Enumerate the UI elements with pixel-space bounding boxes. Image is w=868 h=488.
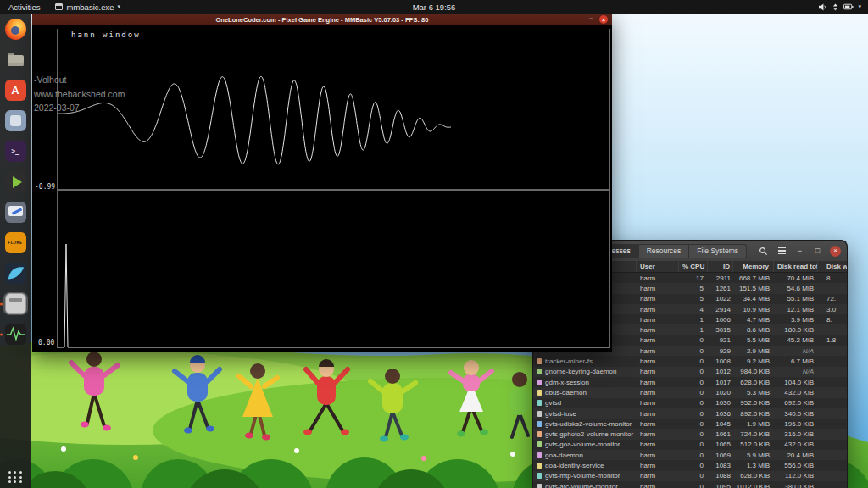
process-memory-cell: 984.0 KiB xyxy=(733,368,774,375)
tab-file-systems[interactable]: File Systems xyxy=(689,244,747,258)
process-user-cell: harm xyxy=(637,274,679,282)
process-diskread-cell: 6.7 MiB xyxy=(774,358,818,365)
clock[interactable]: Mar 6 19:56 xyxy=(413,3,456,12)
mmbasic-titlebar[interactable]: OneLoneCoder.com - Pixel Game Engine - M… xyxy=(32,14,612,25)
dock-item-mmbasic[interactable] xyxy=(3,292,28,315)
dock-item-terminal[interactable]: >_ xyxy=(3,140,28,163)
process-id-cell: 1061 xyxy=(708,430,733,438)
process-row[interactable]: goa-daemonharm010695.9 MiB20.4 MiB xyxy=(533,450,847,460)
tab-resources[interactable]: Resources xyxy=(639,244,690,258)
dock-item-wireshark[interactable] xyxy=(3,262,28,285)
process-id-cell: 1036 xyxy=(708,410,733,418)
process-id-cell: 1012 xyxy=(708,368,733,375)
process-diskwrite-cell: 1.8 xyxy=(818,336,847,344)
maximize-button[interactable]: □ xyxy=(812,246,823,257)
process-memory-cell: 628.0 KiB xyxy=(733,379,774,386)
column-header-cpu[interactable]: % CPU xyxy=(679,261,708,272)
mmbasic-canvas: hann window -Volhout www.thebackshed.com… xyxy=(32,25,612,352)
process-id-cell: 3015 xyxy=(708,326,733,334)
system-status-area[interactable]: ▾ xyxy=(818,3,868,11)
column-header-disk-write[interactable]: Disk writ xyxy=(818,261,848,272)
dock-item-files[interactable] xyxy=(3,48,28,71)
process-id-cell: 929 xyxy=(708,347,733,355)
process-cpu-cell: 0 xyxy=(679,368,708,375)
process-icon xyxy=(537,421,542,427)
process-cpu-cell: 0 xyxy=(679,472,708,480)
files-folder-icon xyxy=(5,49,26,70)
process-diskread-cell: N/A xyxy=(774,347,818,355)
process-name-cell: dbus-daemon xyxy=(533,389,637,396)
process-row[interactable]: gvfs-mtp-volume-monitorharm01088628.0 Ki… xyxy=(533,471,847,481)
process-row[interactable]: gvfs-goa-volume-monitorharm01065512.0 Ki… xyxy=(533,440,847,450)
process-memory-cell: 512.0 KiB xyxy=(733,441,774,448)
dock-item-firefox[interactable] xyxy=(3,18,28,41)
process-diskread-cell: N/A xyxy=(774,368,818,375)
play-icon xyxy=(5,171,26,192)
dock-item-run[interactable] xyxy=(3,170,28,193)
caret-down-icon: ▾ xyxy=(117,3,120,10)
process-memory-cell: 9.2 MiB xyxy=(733,358,774,365)
process-diskread-cell: 380.0 KiB xyxy=(774,483,818,488)
dock-item-fluke[interactable]: FLUKE xyxy=(3,231,28,254)
process-diskread-cell: 54.6 MiB xyxy=(774,285,818,292)
activities-button[interactable]: Activities xyxy=(0,3,48,12)
column-header-id[interactable]: ID xyxy=(708,261,733,272)
process-row[interactable]: gvfs-udisks2-volume-monitorharm010451.9 … xyxy=(533,419,847,429)
waveform-trace xyxy=(58,76,451,164)
process-memory-cell: 5.3 MiB xyxy=(733,389,774,396)
process-cpu-cell: 4 xyxy=(679,306,708,313)
dock-item-scope[interactable] xyxy=(3,323,28,346)
hamburger-icon xyxy=(778,247,786,255)
dock-item-app-a[interactable]: A xyxy=(3,79,28,102)
process-row[interactable]: gvfs-gphoto2-volume-monitorharm01061724.… xyxy=(533,429,847,439)
process-icon xyxy=(537,431,542,437)
process-user-cell: harm xyxy=(637,285,679,292)
process-row[interactable]: gvfsdharm01030952.0 KiB692.0 KiB xyxy=(533,398,847,408)
process-memory-cell: 10.9 MiB xyxy=(733,306,774,313)
search-button[interactable] xyxy=(757,245,769,257)
dock-item-editor[interactable] xyxy=(3,201,28,224)
process-diskread-cell: 112.0 KiB xyxy=(774,472,818,480)
process-row[interactable]: dbus-daemonharm010205.3 MiB432.0 KiB xyxy=(533,387,847,397)
volume-icon xyxy=(818,3,827,11)
process-cpu-cell: 0 xyxy=(679,410,708,418)
process-cpu-cell: 0 xyxy=(679,389,708,396)
close-button[interactable]: × xyxy=(599,15,608,24)
minimize-button[interactable]: − xyxy=(589,14,593,23)
process-cpu-cell: 0 xyxy=(679,358,708,365)
process-cpu-cell: 0 xyxy=(679,462,708,469)
process-diskwrite-cell: 3.0 xyxy=(818,306,847,313)
column-header-memory[interactable]: Memory xyxy=(733,261,774,272)
process-memory-cell: 151.5 MiB xyxy=(733,285,774,292)
column-header-user[interactable]: User xyxy=(637,261,679,272)
process-row[interactable]: goa-identity-serviceharm010831.3 MiB556.… xyxy=(533,460,847,470)
dock-item-software[interactable] xyxy=(3,109,28,132)
process-user-cell: harm xyxy=(637,399,679,407)
minimize-button[interactable]: − xyxy=(794,246,805,257)
wireshark-icon xyxy=(5,263,26,284)
show-applications-button[interactable] xyxy=(8,471,23,483)
process-row[interactable]: tracker-miner-fsharm010089.2 MiB6.7 MiB xyxy=(533,356,847,366)
desktop: ProcessesResourcesFile Systems − □ × Use… xyxy=(0,0,868,488)
plot-canvas xyxy=(32,25,612,352)
process-diskread-cell: 556.0 KiB xyxy=(774,462,818,469)
column-header-disk-read[interactable]: Disk read tot xyxy=(774,261,818,272)
process-icon xyxy=(537,390,542,396)
menu-button[interactable] xyxy=(776,245,787,257)
app-menu-button[interactable]: mmbasic.exe ▾ xyxy=(55,3,120,12)
process-row[interactable]: gnome-keyring-daemonharm01012984.0 KiBN/… xyxy=(533,367,847,377)
process-memory-cell: 668.7 MiB xyxy=(733,274,774,282)
process-row[interactable]: gvfs-afc-volume-monitorharm010951012.0 K… xyxy=(533,481,847,488)
process-id-cell: 1045 xyxy=(708,420,733,428)
window-icon xyxy=(55,3,63,10)
process-row[interactable]: gvfsd-fuseharm01036892.0 KiB340.0 KiB xyxy=(533,408,847,419)
process-user-cell: harm xyxy=(637,452,679,459)
process-row[interactable]: gdm-x-sessionharm01017628.0 KiB104.0 KiB xyxy=(533,377,847,387)
search-icon xyxy=(759,247,768,256)
process-diskwrite-cell: 8. xyxy=(818,274,847,282)
close-button[interactable]: × xyxy=(830,246,841,257)
mmbasic-window[interactable]: OneLoneCoder.com - Pixel Game Engine - M… xyxy=(32,14,612,352)
process-diskread-cell: 12.1 MiB xyxy=(774,306,818,313)
process-id-cell: 1008 xyxy=(708,358,733,365)
process-cpu-cell: 0 xyxy=(679,379,708,386)
